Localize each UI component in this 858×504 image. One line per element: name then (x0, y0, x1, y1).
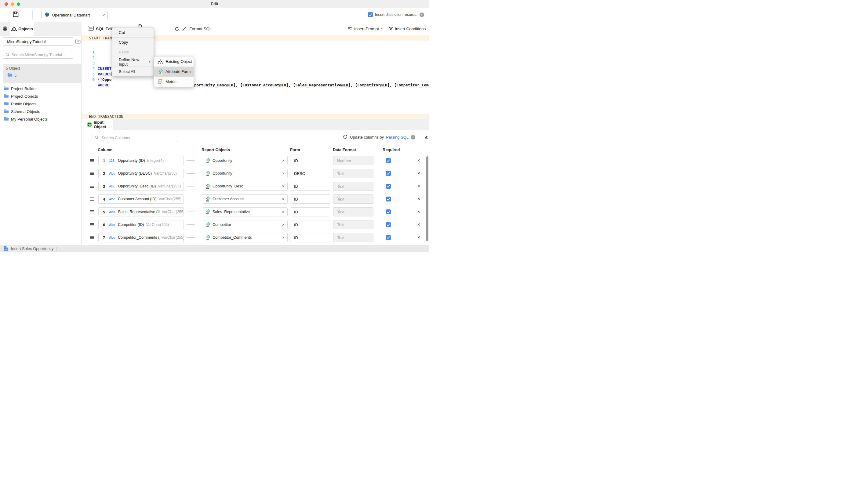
drag-handle-icon[interactable] (90, 223, 94, 224)
remove-row-button[interactable] (417, 197, 420, 201)
folder-up-button[interactable] (75, 38, 81, 45)
submenu-item[interactable]: Attribute Form (154, 67, 194, 77)
remove-row-button[interactable] (417, 223, 420, 227)
required-checkbox[interactable] (386, 209, 391, 214)
context-menu-item[interactable]: Cut (112, 28, 154, 37)
sidebar-folder-item[interactable]: Public Objects (0, 100, 81, 108)
sidebar-search[interactable] (3, 51, 73, 59)
table-row: 6 Abc Competitor (ID) VarChar(255) Compe… (0, 220, 429, 230)
folder-label: Schema Objects (11, 109, 40, 114)
drag-handle-icon[interactable] (90, 197, 94, 198)
report-object-chip[interactable]: Customer Account (203, 194, 288, 204)
required-checkbox[interactable] (386, 158, 391, 163)
tab-database[interactable] (0, 22, 10, 36)
drag-handle-icon[interactable] (90, 172, 94, 173)
parsing-sql-link[interactable]: Parsing SQL (386, 135, 409, 140)
search-columns-box[interactable] (92, 134, 177, 142)
folder-icon (4, 101, 9, 107)
search-columns-input[interactable] (101, 135, 174, 141)
datasource-select[interactable]: Operational Datamart (41, 11, 108, 19)
tab-objects[interactable]: Objects (10, 22, 34, 36)
format-sql-button[interactable]: Format SQL (189, 27, 212, 31)
column-datatype: VarChar(255) (161, 235, 184, 240)
form-select[interactable]: ID (290, 207, 330, 216)
tab-input-object[interactable]: Input Object (81, 119, 113, 130)
insert-distinction-checkbox[interactable] (368, 12, 373, 17)
datasource-label: Operational Datamart (52, 13, 100, 17)
report-object-chip[interactable]: Competitor_Comments (203, 233, 288, 242)
object-count-label: 5 Object (6, 66, 20, 70)
sidebar-folder-item[interactable]: Schema Objects (0, 108, 81, 115)
report-object-chip[interactable]: Opportunity_Desc (203, 182, 288, 191)
submenu-item[interactable]: Metric (154, 77, 194, 87)
eraser-icon[interactable] (424, 134, 429, 140)
save-button[interactable] (13, 11, 19, 18)
project-select[interactable]: MicroStrategy Tutorial (3, 37, 73, 46)
report-object-chip[interactable]: Sales_Representative (203, 207, 288, 216)
remove-report-object-button[interactable] (282, 210, 285, 214)
drag-handle-icon[interactable] (90, 159, 94, 160)
submenu-item[interactable]: Existing Object (154, 56, 194, 67)
sql-document-icon (4, 246, 8, 251)
folder-icon (4, 86, 9, 91)
data-format-select: Text (333, 194, 374, 204)
context-menu-item[interactable]: Copy (112, 37, 154, 47)
column-name: Opportunity (ID) (118, 159, 145, 163)
drag-handle-icon[interactable] (90, 185, 94, 185)
remove-row-button[interactable] (417, 210, 420, 214)
report-object-chip[interactable]: Opportunity (203, 169, 288, 178)
required-checkbox[interactable] (386, 197, 391, 201)
column-name: Competitor_Comments ( (118, 235, 159, 240)
drag-handle-icon[interactable] (90, 210, 94, 211)
chevron-down-icon[interactable] (381, 27, 384, 30)
report-object-chip[interactable]: Opportunity (203, 156, 288, 165)
sidebar-folder-item[interactable]: Project Builder (0, 85, 81, 93)
sidebar-folder-item[interactable]: Project Objects (0, 93, 81, 100)
row-index: 3 (103, 184, 107, 189)
form-select[interactable]: ID (290, 194, 330, 204)
toolbar: Operational Datamart Insert distinction … (0, 8, 429, 22)
attribute-sql-icon (205, 209, 210, 214)
remove-report-object-button[interactable] (282, 223, 285, 227)
remove-row-button[interactable] (417, 172, 420, 176)
table-row: 2 Abc Opportunity (DESC) VarChar(255) Op… (0, 169, 429, 179)
form-select[interactable]: DESC (290, 169, 330, 178)
remove-row-button[interactable] (417, 159, 420, 163)
column-type-icon: Abc (109, 236, 117, 239)
form-select[interactable]: ID (290, 233, 330, 242)
form-select[interactable]: ID (290, 156, 330, 165)
column-type-icon: Abc (109, 197, 117, 201)
insert-prompt-button[interactable]: Insert Prompt (354, 27, 379, 31)
sidebar-folder-item[interactable]: My Personal Objects (0, 115, 81, 123)
input-object-tab-label: Input Object (94, 120, 113, 129)
insert-conditions-button[interactable]: Insert Conditions (395, 27, 426, 31)
remove-report-object-button[interactable] (282, 172, 285, 175)
remove-report-object-button[interactable] (282, 197, 285, 201)
required-checkbox[interactable] (386, 184, 391, 189)
vertical-scrollbar-thumb[interactable] (426, 156, 428, 241)
context-menu-item[interactable]: Select All (112, 67, 154, 76)
remove-row-button[interactable] (417, 184, 420, 188)
required-checkbox[interactable] (386, 222, 391, 227)
form-select[interactable]: ID (290, 182, 330, 191)
column-type-icon: Abc (109, 184, 117, 188)
info-icon[interactable] (419, 13, 424, 17)
sidebar-search-input[interactable] (12, 53, 70, 57)
submenu-caret-icon (149, 60, 150, 64)
required-checkbox[interactable] (386, 171, 391, 176)
remove-report-object-button[interactable] (282, 185, 285, 188)
edit-pencil-icon[interactable] (182, 26, 187, 32)
info-icon[interactable] (411, 135, 415, 140)
form-select[interactable]: ID (290, 220, 330, 229)
selected-folder-item[interactable]: 5 (7, 72, 16, 78)
column-box: 4 Abc Customer Account (ID) VarChar(255) (98, 194, 184, 204)
required-checkbox[interactable] (386, 235, 391, 240)
remove-row-button[interactable] (417, 236, 420, 240)
remove-report-object-button[interactable] (282, 159, 285, 162)
report-object-chip[interactable]: Competitor (203, 220, 288, 229)
project-select-value: MicroStrategy Tutorial (7, 39, 70, 44)
context-menu-item[interactable]: Define New Input (112, 57, 154, 67)
redo-icon[interactable] (174, 26, 179, 32)
drag-handle-icon[interactable] (90, 236, 94, 237)
remove-report-object-button[interactable] (282, 236, 285, 239)
